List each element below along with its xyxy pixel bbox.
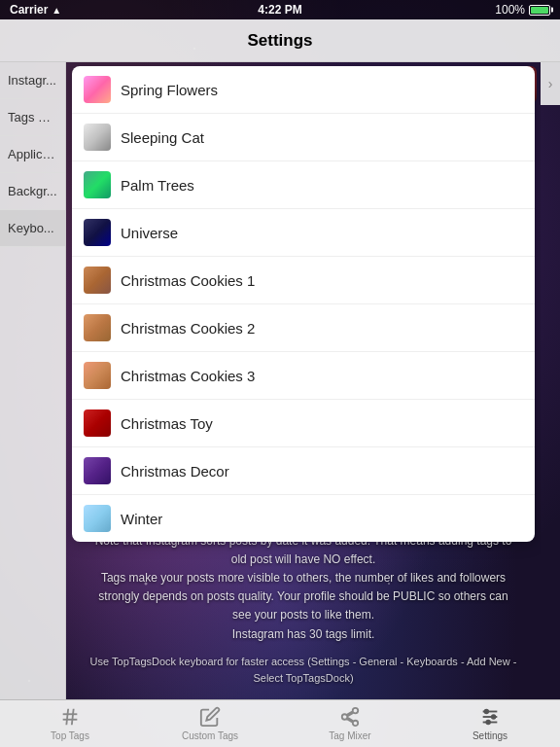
nav-title: Settings xyxy=(247,31,312,51)
item-thumbnail-universe xyxy=(84,219,111,246)
dropdown-item-palm-trees[interactable]: Palm Trees xyxy=(72,161,535,209)
wifi-icon: ▲ xyxy=(52,5,61,16)
tab-custom-tags-label: Custom Tags xyxy=(182,730,238,741)
item-label-christmas-decor: Christmas Decor xyxy=(121,463,229,480)
svg-point-9 xyxy=(486,721,490,725)
item-label-christmas-cookies-3: Christmas Cookies 3 xyxy=(121,368,255,384)
battery-indicator xyxy=(529,5,550,16)
item-thumbnail-christmas-cookies-1 xyxy=(84,267,111,294)
svg-point-7 xyxy=(485,710,489,714)
svg-point-8 xyxy=(492,715,496,719)
svg-line-2 xyxy=(66,709,68,726)
info-line5: Tags make your posts more visible to oth… xyxy=(89,569,517,625)
tab-custom-tags[interactable]: Custom Tags xyxy=(140,700,280,747)
tab-settings-label: Settings xyxy=(472,730,508,741)
item-thumbnail-christmas-toy xyxy=(84,409,111,437)
sidebar-item-tagsla[interactable]: Tags La... xyxy=(0,99,65,136)
item-thumbnail-spring-flowers xyxy=(84,76,111,103)
dropdown-item-christmas-cookies-2[interactable]: Christmas Cookies 2 xyxy=(72,304,535,352)
status-bar: Carrier ▲ 4:22 PM 100% xyxy=(0,0,560,19)
item-thumbnail-christmas-cookies-3 xyxy=(84,362,111,389)
battery-percent: 100% xyxy=(495,3,525,17)
svg-line-3 xyxy=(72,709,74,726)
item-thumbnail-winter xyxy=(84,505,111,532)
tab-settings[interactable]: Settings xyxy=(420,700,560,747)
pencil-icon xyxy=(199,706,221,728)
item-label-winter: Winter xyxy=(121,511,162,527)
chevron-right-icon: › xyxy=(548,76,553,91)
dropdown-item-christmas-decor[interactable]: Christmas Decor xyxy=(72,447,535,495)
item-thumbnail-christmas-cookies-2 xyxy=(84,314,111,341)
item-thumbnail-palm-trees xyxy=(84,171,111,198)
sidebar-item-keybo[interactable]: Keybo... xyxy=(0,210,65,247)
item-label-universe: Universe xyxy=(121,225,178,241)
content-area: Instagr... Tags La... Applica... Backgr.… xyxy=(0,62,560,699)
sliders-icon xyxy=(479,706,501,728)
item-label-spring-flowers: Spring Flowers xyxy=(121,82,218,98)
item-thumbnail-christmas-decor xyxy=(84,457,111,484)
sidebar-item-applica[interactable]: Applica... xyxy=(0,136,65,173)
tab-tag-mixer[interactable]: Tag Mixer xyxy=(280,700,420,747)
sidebar: Instagr... Tags La... Applica... Backgr.… xyxy=(0,62,66,699)
tab-bar: Top Tags Custom Tags Tag Mixer Settings xyxy=(0,699,560,747)
dropdown-item-sleeping-cat[interactable]: Sleeping Cat xyxy=(72,114,535,161)
info-line7: Use TopTagsDock keyboard for faster acce… xyxy=(89,654,517,688)
sidebar-item-instagram[interactable]: Instagr... xyxy=(0,62,65,99)
mixer-icon xyxy=(339,706,361,728)
time-label: 4:22 PM xyxy=(258,3,301,17)
dropdown-item-christmas-toy[interactable]: Christmas Toy xyxy=(72,400,535,447)
item-label-christmas-cookies-1: Christmas Cookies 1 xyxy=(121,272,255,289)
item-label-christmas-cookies-2: Christmas Cookies 2 xyxy=(121,320,255,337)
info-line6: Instagram has 30 tags limit. xyxy=(89,625,517,644)
right-panel: › xyxy=(541,62,560,105)
hashtag-icon xyxy=(59,706,81,728)
item-label-sleeping-cat: Sleeping Cat xyxy=(121,129,204,146)
tab-top-tags[interactable]: Top Tags xyxy=(0,700,140,747)
dropdown-item-winter[interactable]: Winter xyxy=(72,495,535,542)
item-label-palm-trees: Palm Trees xyxy=(121,177,194,194)
dropdown-item-spring-flowers[interactable]: Spring Flowers xyxy=(72,66,535,114)
sidebar-item-backgr[interactable]: Backgr... xyxy=(0,173,65,210)
nav-bar: Settings xyxy=(0,19,560,62)
carrier-label: Carrier xyxy=(10,3,48,17)
dropdown-item-christmas-cookies-1[interactable]: Christmas Cookies 1 xyxy=(72,257,535,304)
tab-top-tags-label: Top Tags xyxy=(51,730,89,741)
dropdown-item-christmas-cookies-3[interactable]: Christmas Cookies 3 xyxy=(72,352,535,400)
item-label-christmas-toy: Christmas Toy xyxy=(121,415,213,432)
dropdown-list: Spring FlowersSleeping CatPalm TreesUniv… xyxy=(72,66,535,542)
dropdown-item-universe[interactable]: Universe xyxy=(72,209,535,257)
item-thumbnail-sleeping-cat xyxy=(84,124,111,151)
tab-tag-mixer-label: Tag Mixer xyxy=(329,730,370,741)
main-content: Spring FlowersSleeping CatPalm TreesUniv… xyxy=(66,62,541,699)
